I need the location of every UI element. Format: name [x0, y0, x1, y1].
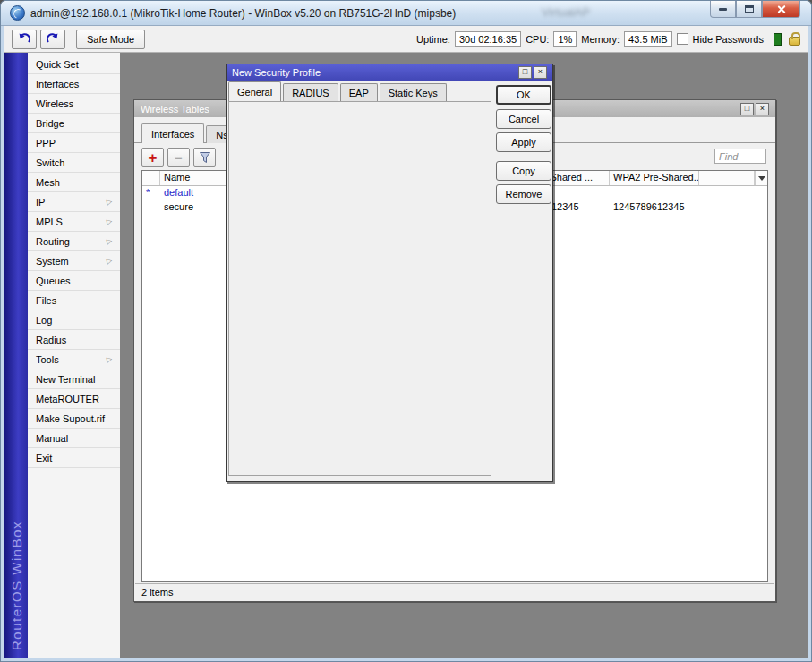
- sidebar-item-label: Make Supout.rif: [36, 413, 105, 424]
- sidebar-item-wireless[interactable]: Wireless: [28, 94, 120, 114]
- sidebar-item-label: Queues: [36, 276, 71, 286]
- sidebar-item-label: Files: [36, 295, 56, 306]
- submenu-arrow-icon: ▷: [106, 236, 113, 245]
- apply-button[interactable]: Apply: [496, 132, 551, 152]
- maximize-button[interactable]: □: [518, 66, 532, 79]
- tab-eap[interactable]: EAP: [340, 83, 378, 101]
- sidebar-item-make-supout[interactable]: Make Supout.rif: [28, 409, 120, 429]
- redo-icon: [47, 33, 59, 45]
- close-icon: ×: [760, 104, 765, 113]
- secure-session-lock-icon: [789, 37, 800, 46]
- add-button[interactable]: +: [141, 148, 164, 167]
- sidebar-item-mpls[interactable]: MPLS▷: [28, 212, 120, 232]
- sidebar-item-switch[interactable]: Switch: [28, 153, 120, 173]
- row-wpa2-key: [610, 186, 699, 200]
- wireless-tables-title: Wireless Tables: [141, 104, 209, 115]
- dialog-tabs: General RADIUS EAP Static Keys: [228, 81, 447, 101]
- tab-static-keys[interactable]: Static Keys: [380, 83, 447, 101]
- main-toolbar: Safe Mode Uptime: 30d 02:16:35 CPU: 1% M…: [4, 26, 808, 53]
- sidebar-item-label: MPLS: [36, 216, 63, 227]
- main-window-title: admin@192.168.0.1 (MikroTik-Home Router)…: [30, 7, 456, 20]
- safe-mode-button[interactable]: Safe Mode: [76, 30, 145, 49]
- sidebar-item-new-terminal[interactable]: New Terminal: [28, 369, 120, 389]
- tab-general[interactable]: General: [228, 81, 281, 101]
- filter-button[interactable]: [193, 148, 216, 167]
- ok-button[interactable]: OK: [496, 85, 551, 105]
- memory-label: Memory:: [581, 34, 620, 45]
- tab-interfaces[interactable]: Interfaces: [141, 123, 204, 143]
- dialog-title: New Security Profile: [232, 67, 321, 78]
- sidebar-item-label: Interfaces: [36, 79, 79, 89]
- close-button[interactable]: ×: [534, 66, 547, 79]
- background-ghost-text: VirtualAP: [542, 5, 590, 19]
- items-count: 2 items: [141, 587, 173, 598]
- maximize-icon: □: [745, 104, 749, 113]
- sidebar-item-exit[interactable]: Exit: [28, 448, 120, 468]
- new-security-profile-dialog: New Security Profile □ × General RADIUS …: [226, 64, 553, 482]
- window-border-bottom: [1, 658, 811, 661]
- uptime-value: 30d 02:16:35: [455, 31, 521, 47]
- memory-value: 43.5 MiB: [624, 31, 671, 47]
- remove-button[interactable]: −: [167, 148, 190, 167]
- window-border-right: [808, 26, 811, 661]
- tab-radius[interactable]: RADIUS: [283, 83, 338, 101]
- sidebar-item-radius[interactable]: Radius: [28, 330, 120, 350]
- row-wpa2-key: 1245789612345: [610, 200, 699, 215]
- connection-status-indicator: [774, 33, 782, 46]
- cancel-button[interactable]: Cancel: [496, 109, 551, 129]
- routeros-winbox-brand: RouterOS WinBox: [8, 521, 23, 650]
- maximize-button[interactable]: □: [740, 103, 754, 115]
- submenu-arrow-icon: ▷: [106, 256, 113, 265]
- sidebar-item-bridge[interactable]: Bridge: [28, 114, 120, 133]
- remove-button[interactable]: Remove: [496, 184, 551, 204]
- find-input[interactable]: [714, 149, 766, 164]
- sidebar-item-label: Exit: [36, 453, 52, 463]
- sidebar-item-queues[interactable]: Queues: [28, 271, 120, 291]
- hide-passwords-label: Hide Passwords: [693, 34, 764, 45]
- submenu-arrow-icon: ▷: [106, 197, 113, 206]
- sidebar-item-quick-set[interactable]: Quick Set: [28, 55, 120, 74]
- status-bar: 2 items: [135, 583, 774, 600]
- minimize-icon: [719, 8, 727, 11]
- sidebar-item-system[interactable]: System▷: [28, 251, 120, 271]
- sidebar-item-files[interactable]: Files: [28, 291, 120, 310]
- sidebar-item-manual[interactable]: Manual: [28, 429, 120, 448]
- sidebar-item-log[interactable]: Log: [28, 310, 120, 330]
- column-chooser-button[interactable]: [755, 171, 767, 185]
- sidebar-item-label: Routing: [36, 236, 70, 247]
- column-header-flag[interactable]: [142, 171, 160, 185]
- undo-button[interactable]: [12, 30, 37, 49]
- filter-funnel-icon: [199, 151, 211, 164]
- sidebar-item-label: Radius: [36, 335, 66, 345]
- close-button[interactable]: [762, 1, 800, 18]
- sidebar-item-metarouter[interactable]: MetaROUTER: [28, 389, 120, 409]
- sidebar-item-tools[interactable]: Tools▷: [28, 350, 120, 369]
- sidebar-item-label: Manual: [36, 433, 68, 444]
- sidebar-item-label: Quick Set: [36, 59, 79, 70]
- sidebar-item-interfaces[interactable]: Interfaces: [28, 74, 120, 94]
- add-icon: +: [149, 151, 158, 165]
- close-button[interactable]: ×: [756, 103, 769, 115]
- sidebar-item-label: Log: [36, 315, 52, 326]
- column-header-filler: [699, 171, 755, 185]
- uptime-label: Uptime:: [416, 34, 450, 45]
- column-header-wpa2-pre-shared[interactable]: WPA2 Pre-Shared...: [610, 171, 699, 185]
- sidebar-item-ppp[interactable]: PPP: [28, 133, 120, 153]
- winbox-app-window: admin@192.168.0.1 (MikroTik-Home Router)…: [0, 0, 812, 662]
- cpu-label: CPU:: [526, 34, 549, 45]
- window-controls: [710, 1, 800, 18]
- sidebar-item-label: PPP: [36, 138, 56, 149]
- redo-button[interactable]: [40, 30, 65, 49]
- sidebar-item-mesh[interactable]: Mesh: [28, 173, 120, 192]
- close-icon: ×: [538, 67, 543, 76]
- hide-passwords-checkbox[interactable]: [677, 33, 688, 45]
- sidebar-item-ip[interactable]: IP▷: [28, 192, 120, 212]
- copy-button[interactable]: Copy: [496, 161, 551, 181]
- sidebar-item-routing[interactable]: Routing▷: [28, 232, 120, 251]
- sidebar-item-label: Bridge: [36, 118, 64, 129]
- minimize-button[interactable]: [710, 1, 736, 18]
- submenu-arrow-icon: ▷: [106, 216, 113, 225]
- maximize-button[interactable]: [736, 1, 762, 18]
- dialog-titlebar[interactable]: New Security Profile □ ×: [227, 64, 552, 81]
- wireless-toolbar: + −: [141, 148, 216, 167]
